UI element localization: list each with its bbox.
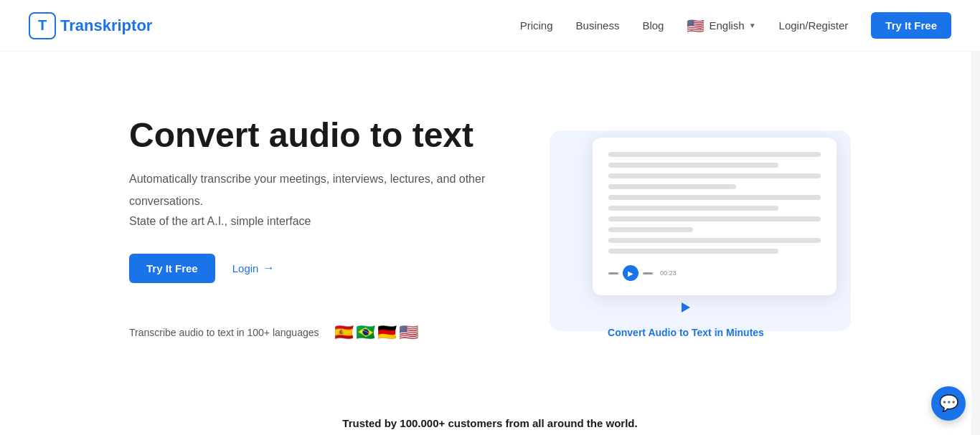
language-selector[interactable]: 🇺🇸 English ▼ (687, 17, 755, 34)
transcript-line (608, 227, 693, 232)
transcript-line (608, 238, 821, 243)
nav-links: Pricing Business Blog 🇺🇸 English ▼ Login… (520, 12, 951, 39)
transcript-card: ▶ 00:23 (593, 138, 837, 295)
login-label: Login (232, 262, 259, 274)
transcript-line (608, 216, 821, 221)
us-flag-circle-icon: 🇺🇸 (395, 319, 423, 346)
languages-label: Transcribe audio to text in 100+ languag… (129, 327, 319, 338)
hero-title: Convert audio to text (129, 115, 485, 155)
navbar: T Transkriptor Pricing Business Blog 🇺🇸 … (0, 0, 980, 52)
hero-try-free-button[interactable]: Try It Free (129, 254, 215, 283)
hero-illustration: ▶ 00:23 Convert Audio to Text in Minutes (521, 116, 851, 345)
transcript-line (608, 206, 778, 211)
chat-icon: 💬 (939, 394, 958, 413)
hero-section: Convert audio to text Automatically tran… (0, 52, 980, 396)
transcript-line (608, 195, 821, 200)
logo-icon: T (29, 12, 56, 39)
transcript-line (608, 249, 778, 254)
nav-blog[interactable]: Blog (642, 19, 664, 32)
play-button[interactable]: ▶ (623, 265, 639, 281)
transcript-line (608, 152, 821, 157)
nav-try-free-button[interactable]: Try It Free (871, 12, 951, 39)
hero-ai-text: State of the art A.I., simple interface (129, 215, 485, 228)
transcript-line (608, 173, 821, 178)
arrow-icon: → (263, 262, 274, 274)
nav-business[interactable]: Business (576, 19, 620, 32)
chat-bubble-button[interactable]: 💬 (931, 386, 966, 421)
scrollbar-track[interactable] (971, 0, 980, 435)
trusted-text: Trusted by 100.000+ customers from all a… (342, 417, 637, 429)
login-register-link[interactable]: Login/Register (779, 19, 849, 32)
transcript-line (608, 163, 778, 168)
logo[interactable]: T Transkriptor (29, 12, 152, 39)
hero-subtitle-line2: conversations. (129, 192, 485, 211)
hero-login-link[interactable]: Login → (232, 262, 275, 274)
nav-pricing[interactable]: Pricing (520, 19, 553, 32)
logo-text: Transkriptor (60, 16, 152, 35)
transcript-line (608, 184, 736, 189)
hero-subtitle-line1: Automatically transcribe your meetings, … (129, 170, 485, 188)
languages-row: Transcribe audio to text in 100+ languag… (129, 319, 485, 346)
hero-buttons: Try It Free Login → (129, 254, 485, 283)
trusted-section: Trusted by 100.000+ customers from all a… (0, 396, 980, 435)
convert-label: Convert Audio to Text in Minutes (608, 327, 764, 338)
chevron-down-icon: ▼ (749, 21, 756, 29)
flag-icons: 🇪🇸 🇧🇷 🇩🇪 🇺🇸 (331, 319, 423, 346)
hero-content: Convert audio to text Automatically tran… (129, 115, 485, 345)
language-label: English (709, 19, 744, 32)
us-flag-icon: 🇺🇸 (687, 17, 705, 34)
